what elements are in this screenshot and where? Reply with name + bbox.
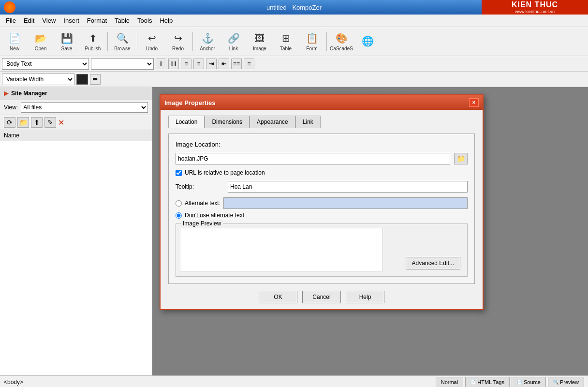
color-swatch[interactable] [76, 74, 88, 85]
sidebar-remove-btn[interactable]: ✕ [58, 118, 64, 127]
tab-html-tags[interactable]: 📄 HTML Tags [465, 377, 510, 387]
image-button[interactable]: 🖼 Image [247, 29, 272, 54]
menu-file[interactable]: File [2, 16, 20, 25]
menu-insert[interactable]: Insert [59, 16, 83, 25]
sidebar-view-label: View: [4, 104, 18, 111]
advanced-edit-button[interactable]: Advanced Edit... [406, 257, 460, 269]
font-select[interactable] [91, 58, 154, 70]
globe-button[interactable]: 🌐 [355, 29, 380, 54]
dialog-title-bar: Image Properties × [161, 95, 483, 110]
redo-button[interactable]: ↪ Redo [165, 29, 191, 54]
pencil-btn[interactable]: ✏ [90, 74, 101, 85]
cancel-button[interactable]: Cancel [302, 291, 341, 303]
app-title: untitled - KompoZer [266, 4, 322, 11]
sidebar-upload-btn[interactable]: ⬆ [31, 117, 43, 128]
image-location-input[interactable] [176, 153, 450, 164]
dialog-buttons: OK Cancel Help [168, 291, 475, 303]
open-label: Open [35, 46, 46, 51]
publish-button[interactable]: ⬆ Publish [80, 29, 105, 54]
new-button[interactable]: 📄 New [2, 29, 27, 54]
preview-legend: Image Preview [181, 220, 223, 227]
ul-button[interactable]: ≡ [181, 59, 191, 69]
width-select[interactable]: Variable Width [2, 74, 74, 85]
redo-icon: ↪ [171, 31, 185, 45]
sidebar-refresh-btn[interactable]: ⟳ [4, 117, 15, 128]
ok-button[interactable]: OK [259, 291, 297, 303]
tab-location[interactable]: Location [168, 116, 205, 128]
link-icon: 🔗 [227, 31, 240, 45]
watermark: KIEN THUC www.kienthuc.net.vn [482, 0, 588, 15]
tab-normal[interactable]: Normal [436, 377, 463, 387]
tooltip-input[interactable] [228, 181, 468, 193]
form-icon: 📋 [305, 31, 319, 45]
url-relative-checkbox[interactable] [176, 170, 182, 176]
publish-label: Publish [85, 46, 101, 51]
open-button[interactable]: 📂 Open [28, 29, 53, 54]
menu-view[interactable]: View [38, 16, 59, 25]
align-button[interactable]: ≡≡ [231, 59, 242, 69]
dialog-title: Image Properties [164, 99, 216, 106]
anchor-button[interactable]: ⚓ Anchor [195, 29, 220, 54]
form-label: Form [306, 46, 317, 51]
indent-button[interactable]: ⇥ [206, 59, 217, 69]
open-icon: 📂 [34, 31, 47, 45]
sidebar-edit-btn[interactable]: ✎ [44, 117, 56, 128]
link-button[interactable]: 🔗 Link [221, 29, 246, 54]
style-select[interactable]: Body Text [2, 58, 89, 70]
dialog-body: Location Dimensions Appearance Link Imag… [161, 110, 483, 309]
alt-text-label: Alternate text: [185, 200, 220, 207]
tab-source[interactable]: 📄 Source [512, 377, 546, 387]
tooltip-label: Tooltip: [176, 183, 224, 190]
dialog-close-button[interactable]: × [469, 98, 479, 107]
browse-image-button[interactable]: 📁 [454, 153, 468, 164]
url-relative-row: URL is relative to page location [176, 169, 468, 176]
italic-button[interactable]: I I [168, 59, 179, 69]
alt-text-input[interactable] [223, 197, 468, 209]
dont-use-alt-label: Don't use alternate text [185, 212, 244, 219]
format-bar-2: Variable Width ✏ [0, 72, 588, 87]
form-button[interactable]: 📋 Form [299, 29, 324, 54]
help-button[interactable]: Help [346, 291, 384, 303]
menu-format[interactable]: Format [83, 16, 111, 25]
menu-edit[interactable]: Edit [20, 16, 38, 25]
cascade-button[interactable]: 🎨 CaScadeS [329, 29, 354, 54]
menu-help[interactable]: Help [156, 16, 176, 25]
sidebar-content [0, 141, 152, 375]
save-button[interactable]: 💾 Save [54, 29, 79, 54]
globe-icon: 🌐 [361, 34, 374, 48]
sidebar-folder-btn[interactable]: 📁 [17, 117, 29, 128]
tab-dimensions[interactable]: Dimensions [205, 116, 250, 128]
tab-preview[interactable]: 🔍 Preview [548, 377, 584, 387]
link-label: Link [229, 46, 238, 51]
menu-bar: File Edit View Insert Format Table Tools… [0, 15, 588, 27]
tab-appearance[interactable]: Appearance [250, 116, 295, 128]
menu-tools[interactable]: Tools [133, 16, 156, 25]
toolbar-sep-1 [107, 32, 108, 51]
image-location-label: Image Location: [176, 141, 220, 148]
col-name-label: Name [4, 132, 19, 139]
ol-button[interactable]: ≡ [193, 59, 204, 69]
menu-table[interactable]: Table [111, 16, 133, 25]
sidebar-view-select[interactable]: All files [21, 102, 148, 113]
image-location-input-row: 📁 [176, 153, 468, 164]
undo-icon: ↩ [145, 31, 159, 45]
outdent-button[interactable]: ⇤ [219, 59, 229, 69]
table-label: Table [280, 46, 292, 51]
sidebar-view-row: View: All files [0, 100, 152, 115]
sidebar-toolbar: ⟳ 📁 ⬆ ✎ ✕ [0, 115, 152, 130]
preview-inner [180, 228, 383, 271]
undo-button[interactable]: ↩ Undo [139, 29, 164, 54]
toolbar-sep-3 [192, 32, 193, 51]
browse-button[interactable]: 🔍 Browse [110, 29, 135, 54]
alt-text-radio[interactable] [176, 200, 182, 207]
table-button[interactable]: ⊞ Table [273, 29, 298, 54]
tab-link[interactable]: Link [295, 116, 321, 128]
dont-use-alt-radio[interactable] [176, 212, 182, 219]
browse-label: Browse [114, 46, 130, 51]
para-button[interactable]: ≡ [244, 59, 254, 69]
sidebar-header: ▶ Site Manager [0, 87, 152, 100]
bold-button[interactable]: I [156, 59, 166, 69]
dont-use-alt-row: Don't use alternate text [176, 212, 468, 219]
watermark-title: KIEN THUC [512, 0, 558, 9]
browse-icon: 🔍 [116, 31, 129, 45]
